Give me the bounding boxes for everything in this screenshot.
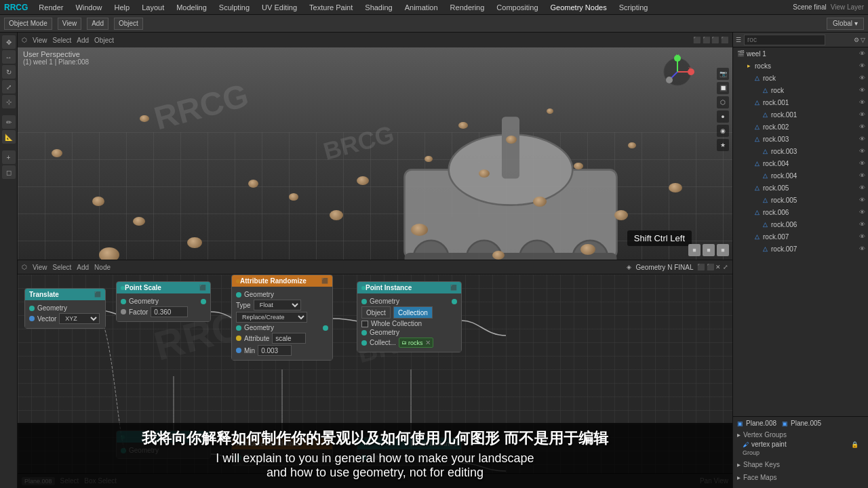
- menu-render[interactable]: Render: [36, 2, 66, 13]
- vp-shading-1[interactable]: ■: [688, 244, 701, 256]
- menu-sculpting[interactable]: Sculpting: [216, 2, 252, 13]
- node-editor-add-btn[interactable]: Add: [77, 264, 89, 271]
- tree-item-rocks[interactable]: ▸ rocks 👁: [733, 60, 868, 72]
- tree-item-rock004[interactable]: △ rock.004 👁: [733, 157, 868, 169]
- ps1-factor-input[interactable]: [151, 306, 188, 317]
- rock006-eye[interactable]: 👁: [859, 209, 865, 216]
- rock003-eye[interactable]: 👁: [859, 136, 865, 142]
- face-maps-header[interactable]: ▸ Face Maps: [737, 472, 864, 483]
- tree-item-rock003[interactable]: △ rock.003 👁: [733, 133, 868, 145]
- tree-item-scene[interactable]: 🎬 weel 1 👁: [733, 47, 868, 60]
- menu-animation[interactable]: Animation: [402, 2, 441, 13]
- node-editor-node-btn[interactable]: Node: [94, 264, 111, 271]
- menu-window[interactable]: Window: [73, 2, 104, 13]
- menu-modeling[interactable]: Modeling: [174, 2, 210, 13]
- outliner-search[interactable]: [744, 35, 825, 45]
- tree-item-rock001-sub[interactable]: △ rock.001 👁: [733, 108, 868, 121]
- tree-item-rock-sub[interactable]: △ rock 👁: [733, 84, 868, 96]
- rock004-sub-eye[interactable]: 👁: [859, 172, 865, 179]
- vp-shading-3[interactable]: ■: [717, 244, 729, 256]
- pi-object-btn[interactable]: Object: [361, 306, 391, 319]
- rock004-eye[interactable]: 👁: [859, 160, 865, 167]
- rock-sub-eye-icon[interactable]: 👁: [859, 87, 865, 94]
- point-instance-close[interactable]: ⬛: [450, 285, 457, 291]
- add-btn[interactable]: Add: [87, 18, 108, 30]
- sidebar-scale-icon[interactable]: ⤢: [2, 80, 16, 94]
- pi-collection-btn[interactable]: Collection: [393, 306, 433, 319]
- vp-material-icon[interactable]: ◉: [717, 125, 729, 137]
- outliner-funnel-btn[interactable]: ▽: [861, 37, 865, 43]
- rock007-sub-eye[interactable]: 👁: [859, 245, 865, 252]
- menu-help[interactable]: Help: [112, 2, 133, 13]
- menu-compositing[interactable]: Compositing: [494, 2, 540, 13]
- shape-keys-header[interactable]: ▸ Shape Keys: [737, 460, 864, 470]
- sidebar-cursor-icon[interactable]: ✥: [2, 35, 16, 49]
- rock007-eye[interactable]: 👁: [859, 233, 865, 240]
- menu-geometry-nodes[interactable]: Geometry Nodes: [548, 2, 610, 13]
- vp-wire-icon[interactable]: ⬡: [717, 96, 729, 108]
- tree-item-rock006-sub[interactable]: △ rock.006 👁: [733, 218, 868, 230]
- sidebar-annotate-icon[interactable]: ✏: [2, 115, 16, 129]
- menu-uv-editing[interactable]: UV Editing: [259, 2, 300, 13]
- menu-rendering[interactable]: Rendering: [448, 2, 488, 13]
- outliner-filter-btn[interactable]: ⚙: [854, 37, 859, 43]
- menu-texture-paint[interactable]: Texture Paint: [307, 2, 355, 13]
- rock005-sub-eye[interactable]: 👁: [859, 197, 865, 203]
- vp-render2-icon[interactable]: ★: [717, 139, 729, 151]
- view-btn[interactable]: View: [58, 18, 82, 30]
- tree-item-rock[interactable]: △ rock 👁: [733, 72, 868, 84]
- ar-type-select[interactable]: Float Vector: [254, 300, 301, 310]
- translate-vector-dropdown[interactable]: XYZ: [59, 313, 100, 324]
- menu-scripting[interactable]: Scripting: [616, 2, 651, 13]
- pi-whole-checkbox[interactable]: [361, 321, 368, 327]
- rock003-sub-eye[interactable]: 👁: [859, 148, 865, 155]
- rock006-sub-eye[interactable]: 👁: [859, 221, 865, 228]
- viewport-canvas[interactable]: User Perspective (1) weel 1 | Plane:008 …: [18, 47, 732, 260]
- vertex-groups-header[interactable]: ▸ Vertex Groups: [737, 430, 864, 440]
- rock-eye-icon[interactable]: 👁: [859, 75, 865, 81]
- ar-min-input[interactable]: [258, 345, 292, 356]
- sidebar-add-icon[interactable]: +: [2, 150, 16, 164]
- tree-item-rock004-sub[interactable]: △ rock.004 👁: [733, 169, 868, 182]
- rock001-sub-eye[interactable]: 👁: [859, 111, 865, 118]
- point-scale-1-close[interactable]: ⬛: [199, 285, 206, 291]
- global-dropdown[interactable]: Global ▾: [827, 18, 864, 30]
- node-editor-view-btn[interactable]: View: [33, 264, 47, 271]
- viewport-add-label[interactable]: Add: [77, 37, 89, 44]
- viewport-object-label[interactable]: Object: [94, 37, 114, 44]
- tree-item-rock007[interactable]: △ rock.007 👁: [733, 230, 868, 243]
- attr-rand-close[interactable]: ⬛: [321, 278, 328, 284]
- tree-item-rock005-sub[interactable]: △ rock.005 👁: [733, 194, 868, 206]
- rock005-eye[interactable]: 👁: [859, 184, 865, 191]
- vp-shading-2[interactable]: ■: [703, 244, 715, 256]
- tree-item-rock005[interactable]: △ rock.005 👁: [733, 182, 868, 194]
- ar-mode-select[interactable]: Replace/Create: [236, 312, 307, 323]
- scene-eye-icon[interactable]: 👁: [859, 50, 865, 57]
- translate-node-close[interactable]: ⬛: [94, 291, 101, 298]
- sidebar-transform-icon[interactable]: ⊹: [2, 95, 16, 108]
- node-editor-select-btn[interactable]: Select: [53, 264, 72, 271]
- tree-item-rock007-sub[interactable]: △ rock.007 👁: [733, 243, 868, 255]
- ar-attr-input[interactable]: [272, 333, 306, 344]
- rocks-remove-btn[interactable]: ✕: [425, 339, 431, 346]
- sidebar-rotate-icon[interactable]: ↻: [2, 65, 16, 79]
- rock002-eye[interactable]: 👁: [859, 123, 865, 130]
- tree-item-rock006[interactable]: △ rock.006 👁: [733, 206, 868, 218]
- tree-item-rock002[interactable]: △ rock.002 👁: [733, 121, 868, 133]
- vp-solid-icon[interactable]: ●: [717, 110, 729, 123]
- sidebar-measure-icon[interactable]: 📐: [2, 130, 16, 144]
- tree-item-rock001[interactable]: △ rock.001 👁: [733, 96, 868, 108]
- sidebar-move-icon[interactable]: ↔: [2, 50, 16, 64]
- viewport-view-label[interactable]: View: [33, 37, 47, 44]
- vp-render-icon[interactable]: 🔲: [717, 82, 729, 94]
- object-mode-btn[interactable]: Object Mode: [4, 18, 52, 30]
- vp-camera-icon[interactable]: 📷: [717, 68, 729, 80]
- rock001-eye[interactable]: 👁: [859, 99, 865, 106]
- tree-item-rock003-sub[interactable]: △ rock.003 👁: [733, 145, 868, 157]
- rocks-eye-icon[interactable]: 👁: [859, 62, 865, 69]
- sidebar-select-icon[interactable]: ◻: [2, 165, 16, 179]
- menu-layout[interactable]: Layout: [139, 2, 167, 13]
- viewport-select-label[interactable]: Select: [53, 37, 72, 44]
- menu-shading[interactable]: Shading: [362, 2, 395, 13]
- object-btn[interactable]: Object: [114, 18, 143, 30]
